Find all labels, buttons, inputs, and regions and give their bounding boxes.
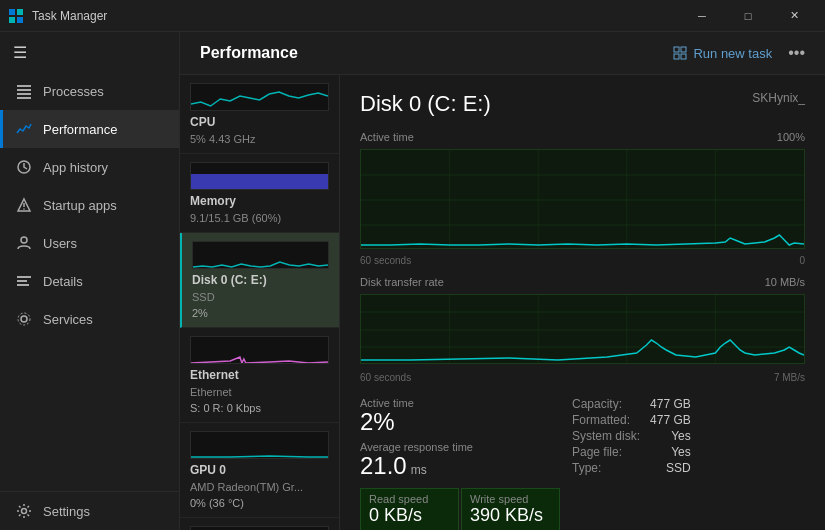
svg-rect-7 (17, 97, 31, 99)
sidebar-item-settings[interactable]: Settings (0, 492, 179, 530)
active-time-chart (360, 149, 805, 249)
system-disk-label: System disk: (572, 429, 640, 443)
device-item-disk[interactable]: Disk 0 (C: E:) SSD 2% (180, 233, 339, 328)
formatted-value: 477 GB (650, 413, 691, 427)
title-bar-left: Task Manager (8, 8, 107, 24)
write-speed-value: 390 KB/s (470, 505, 551, 526)
startup-icon (15, 196, 33, 214)
transfer-mid-label: 60 seconds 7 MB/s (360, 372, 805, 383)
svg-rect-22 (681, 54, 686, 59)
device-item-ethernet[interactable]: Ethernet Ethernet S: 0 R: 0 Kbps (180, 328, 339, 423)
processes-icon (15, 82, 33, 100)
svg-rect-0 (9, 9, 15, 15)
formatted-row: Formatted: 477 GB (572, 413, 691, 427)
memory-name: Memory (190, 194, 329, 208)
device-item-cpu[interactable]: CPU 5% 4.43 GHz (180, 75, 339, 154)
svg-rect-14 (17, 280, 27, 282)
cpu-sub: 5% 4.43 GHz (190, 133, 329, 145)
capacity-label: Capacity: (572, 397, 622, 411)
run-new-task-button[interactable]: Run new task (673, 46, 772, 61)
active-time-stat-value: 2% (360, 409, 560, 435)
sidebar: ☰ Processes Performance (0, 32, 180, 530)
sidebar-item-performance[interactable]: Performance (0, 110, 179, 148)
content-area: Performance Run new task ••• (180, 32, 825, 530)
detail-panel: Disk 0 (C: E:) SKHynix_ Active time 100% (340, 75, 825, 530)
svg-rect-20 (681, 47, 686, 52)
device-list: CPU 5% 4.43 GHz Memory 9.1/15.1 GB (60%) (180, 75, 340, 530)
minimize-button[interactable]: ─ (679, 0, 725, 32)
page-title: Performance (200, 44, 298, 62)
capacity-row: Capacity: 477 GB (572, 397, 691, 411)
sidebar-item-users[interactable]: Users (0, 224, 179, 262)
read-speed-value: 0 KB/s (369, 505, 450, 526)
svg-rect-13 (17, 276, 31, 278)
cpu-name: CPU (190, 115, 329, 129)
title-bar-title: Task Manager (32, 9, 107, 23)
svg-rect-6 (17, 93, 31, 95)
sidebar-spacer (0, 338, 179, 491)
more-options-icon: ••• (788, 44, 805, 61)
top-bar: Performance Run new task ••• (180, 32, 825, 75)
svg-rect-19 (674, 47, 679, 52)
processes-label: Processes (43, 84, 104, 99)
gpu0-sub: AMD Radeon(TM) Gr... (190, 481, 329, 493)
write-speed-box: Write speed 390 KB/s (461, 488, 560, 530)
disk-sub: SSD (192, 291, 329, 303)
device-item-gpu1[interactable]: GPU 1 AMD Radeon RX 6800 2% (43 °C) (180, 518, 339, 530)
run-new-task-label: Run new task (693, 46, 772, 61)
app-icon (8, 8, 24, 24)
system-disk-value: Yes (671, 429, 691, 443)
sidebar-item-processes[interactable]: Processes (0, 72, 179, 110)
sidebar-item-services[interactable]: Services (0, 300, 179, 338)
svg-point-16 (21, 316, 27, 322)
cpu-mini-chart (190, 83, 329, 111)
svg-rect-23 (191, 174, 328, 190)
services-icon (15, 310, 33, 328)
ethernet-name: Ethernet (190, 368, 329, 382)
more-options-button[interactable]: ••• (788, 44, 805, 62)
svg-rect-15 (17, 284, 29, 286)
svg-rect-4 (17, 85, 31, 87)
sidebar-bottom: Settings (0, 491, 179, 530)
ethernet-sub: Ethernet (190, 386, 329, 398)
sidebar-item-app-history[interactable]: App history (0, 148, 179, 186)
active-time-section: Active time 100% (360, 131, 805, 266)
svg-point-11 (23, 208, 25, 210)
svg-rect-1 (17, 9, 23, 15)
users-icon (15, 234, 33, 252)
device-item-memory[interactable]: Memory 9.1/15.1 GB (60%) (180, 154, 339, 233)
gpu0-name: GPU 0 (190, 463, 329, 477)
memory-mini-chart (190, 162, 329, 190)
svg-rect-5 (17, 89, 31, 91)
settings-icon (15, 502, 33, 520)
page-file-label: Page file: (572, 445, 622, 459)
device-item-gpu0[interactable]: GPU 0 AMD Radeon(TM) Gr... 0% (36 °C) (180, 423, 339, 518)
ethernet-value: S: 0 R: 0 Kbps (190, 402, 329, 414)
app-history-label: App history (43, 160, 108, 175)
close-button[interactable]: ✕ (771, 0, 817, 32)
settings-label: Settings (43, 504, 90, 519)
svg-rect-2 (9, 17, 15, 23)
startup-apps-label: Startup apps (43, 198, 117, 213)
transfer-rate-label: Disk transfer rate 10 MB/s (360, 276, 805, 288)
type-row: Type: SSD (572, 461, 691, 475)
left-stats: Active time 2% Average response time 21.… (360, 397, 560, 530)
services-label: Services (43, 312, 93, 327)
maximize-button[interactable]: □ (725, 0, 771, 32)
top-bar-right: Run new task ••• (673, 44, 805, 62)
disk-mini-chart (192, 241, 329, 269)
avg-response-unit: ms (411, 463, 427, 477)
performance-icon (15, 120, 33, 138)
sidebar-item-startup-apps[interactable]: Startup apps (0, 186, 179, 224)
gpu0-value: 0% (36 °C) (190, 497, 329, 509)
sidebar-menu-button[interactable]: ☰ (0, 32, 40, 72)
disk-value: 2% (192, 307, 329, 319)
formatted-label: Formatted: (572, 413, 630, 427)
app-history-icon (15, 158, 33, 176)
read-speed-box: Read speed 0 KB/s (360, 488, 459, 530)
gpu0-mini-chart (190, 431, 329, 459)
sidebar-item-details[interactable]: Details (0, 262, 179, 300)
svg-point-12 (21, 237, 27, 243)
page-file-value: Yes (671, 445, 691, 459)
transfer-rate-chart (360, 294, 805, 364)
